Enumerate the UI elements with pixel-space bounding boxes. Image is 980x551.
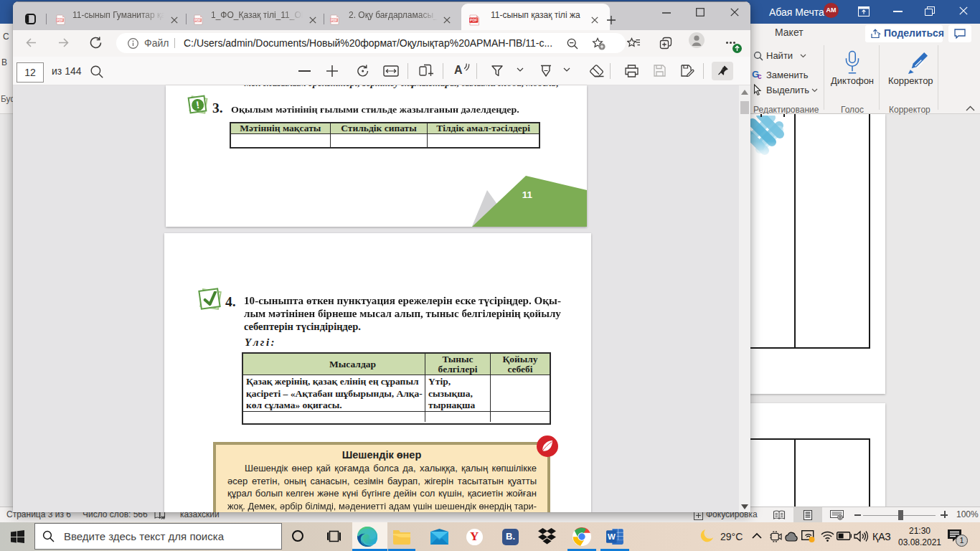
svg-text:PDF: PDF: [57, 19, 63, 22]
svg-text:PDF: PDF: [331, 19, 337, 22]
svg-text:PDF: PDF: [194, 19, 201, 22]
svg-text:11: 11: [522, 189, 533, 200]
svg-text:PDF: PDF: [470, 18, 478, 22]
svg-text:W: W: [608, 532, 616, 541]
